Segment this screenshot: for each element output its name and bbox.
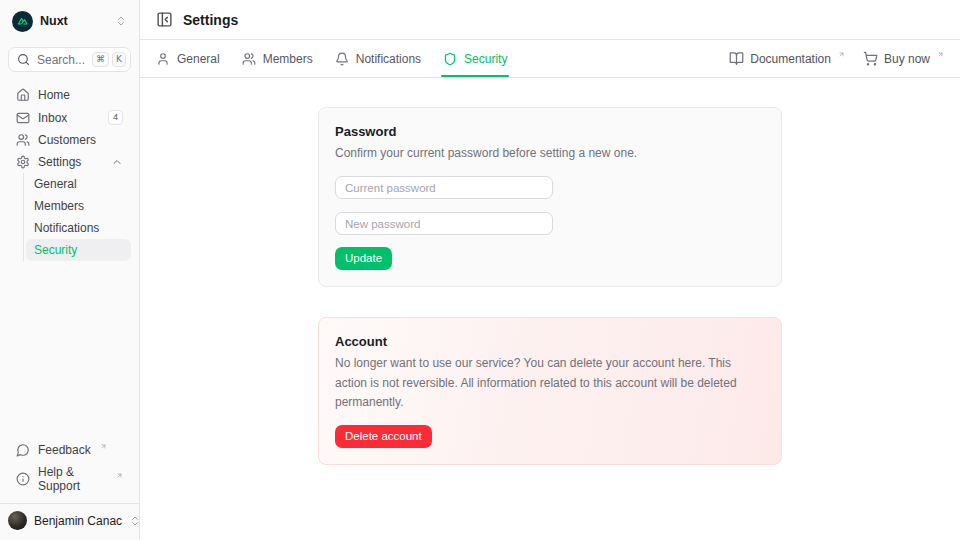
sidebar-item-customers[interactable]: Customers <box>8 129 131 151</box>
inbox-count-badge: 4 <box>108 110 123 125</box>
settings-tabbar: General Members Notifications Security D… <box>140 40 960 78</box>
cart-icon <box>863 51 878 66</box>
external-link-icon <box>937 51 944 58</box>
delete-account-button[interactable]: Delete account <box>335 425 432 448</box>
chevron-up-icon <box>111 156 123 168</box>
book-open-icon <box>729 51 744 66</box>
sidebar-item-label: Inbox <box>38 111 67 125</box>
buy-now-link[interactable]: Buy now <box>863 40 944 77</box>
sidebar-item-notifications[interactable]: Notifications <box>26 217 131 239</box>
external-link-icon <box>116 472 123 479</box>
avatar <box>8 511 27 530</box>
sidebar: Nuxt Search... ⌘ K Home Inbox 4 Cu <box>0 0 140 540</box>
nuxt-logo <box>12 11 33 32</box>
update-button[interactable]: Update <box>335 247 392 270</box>
nuxt-logo-icon <box>16 15 29 28</box>
tab-notifications[interactable]: Notifications <box>335 40 421 77</box>
users-icon <box>242 52 256 66</box>
tab-label: Notifications <box>356 52 421 66</box>
tabbar-toolbar: Documentation Buy now <box>729 40 944 77</box>
sidebar-item-label: Home <box>38 88 70 102</box>
workspace-selector[interactable]: Nuxt <box>8 8 131 34</box>
gear-icon <box>16 155 30 169</box>
chat-bubble-icon <box>16 443 30 457</box>
documentation-link[interactable]: Documentation <box>729 40 845 77</box>
sidebar-item-label: Settings <box>38 155 81 169</box>
bell-icon <box>335 52 349 66</box>
sidebar-nav: Home Inbox 4 Customers Settings General … <box>8 84 131 261</box>
main-panel: Settings General Members Notifications S… <box>140 0 960 540</box>
workspace-name: Nuxt <box>40 14 68 28</box>
sidebar-item-help-support[interactable]: Help & Support <box>8 461 131 497</box>
new-password-field[interactable] <box>335 212 553 235</box>
tab-security[interactable]: Security <box>443 40 507 77</box>
sidebar-item-general[interactable]: General <box>26 173 131 195</box>
password-card-description: Confirm your current password before set… <box>335 144 765 163</box>
account-card: Account No longer want to use our servic… <box>318 317 782 464</box>
home-icon <box>16 88 30 102</box>
sidebar-item-inbox[interactable]: Inbox 4 <box>8 106 131 129</box>
toolbar-label: Documentation <box>750 52 831 66</box>
settings-subnav: General Members Notifications Security <box>23 173 131 261</box>
kbd-k: K <box>112 52 126 67</box>
tab-label: General <box>177 52 220 66</box>
sidebar-item-feedback[interactable]: Feedback <box>8 439 131 461</box>
inbox-icon <box>16 111 30 125</box>
shield-icon <box>443 52 457 66</box>
tab-general[interactable]: General <box>156 40 220 77</box>
user-menu[interactable]: Benjamin Canac <box>0 503 139 532</box>
external-link-icon <box>100 443 107 450</box>
account-card-description: No longer want to use our service? You c… <box>335 354 765 412</box>
page-header: Settings <box>140 0 960 40</box>
current-password-field[interactable] <box>335 176 553 199</box>
chevron-up-down-icon <box>115 15 127 27</box>
search-icon <box>17 53 30 66</box>
password-card: Password Confirm your current password b… <box>318 107 782 287</box>
sidebar-item-members[interactable]: Members <box>26 195 131 217</box>
external-link-icon <box>838 51 845 58</box>
tab-members[interactable]: Members <box>242 40 313 77</box>
account-card-title: Account <box>335 334 765 349</box>
search-placeholder: Search... <box>37 53 85 67</box>
sidebar-item-label: Customers <box>38 133 96 147</box>
tab-label: Members <box>263 52 313 66</box>
sidebar-item-label: Feedback <box>38 443 91 457</box>
info-icon <box>16 472 30 486</box>
page-title: Settings <box>183 12 238 28</box>
user-icon <box>156 52 170 66</box>
settings-security-content: Password Confirm your current password b… <box>140 78 960 540</box>
user-name: Benjamin Canac <box>34 514 122 528</box>
search-input[interactable]: Search... ⌘ K <box>8 47 131 72</box>
sidebar-item-label: Help & Support <box>38 465 107 493</box>
password-card-title: Password <box>335 124 765 139</box>
customers-icon <box>16 133 30 147</box>
panel-left-close-icon <box>156 11 173 28</box>
collapse-sidebar-button[interactable] <box>156 11 173 28</box>
sidebar-spacer <box>8 261 131 439</box>
search-shortcut: ⌘ K <box>92 52 126 67</box>
sidebar-item-security[interactable]: Security <box>26 239 131 261</box>
app-window: Nuxt Search... ⌘ K Home Inbox 4 Cu <box>0 0 960 540</box>
toolbar-label: Buy now <box>884 52 930 66</box>
tab-label: Security <box>464 52 507 66</box>
kbd-meta: ⌘ <box>92 52 109 67</box>
sidebar-item-home[interactable]: Home <box>8 84 131 106</box>
sidebar-item-settings[interactable]: Settings <box>8 151 131 173</box>
